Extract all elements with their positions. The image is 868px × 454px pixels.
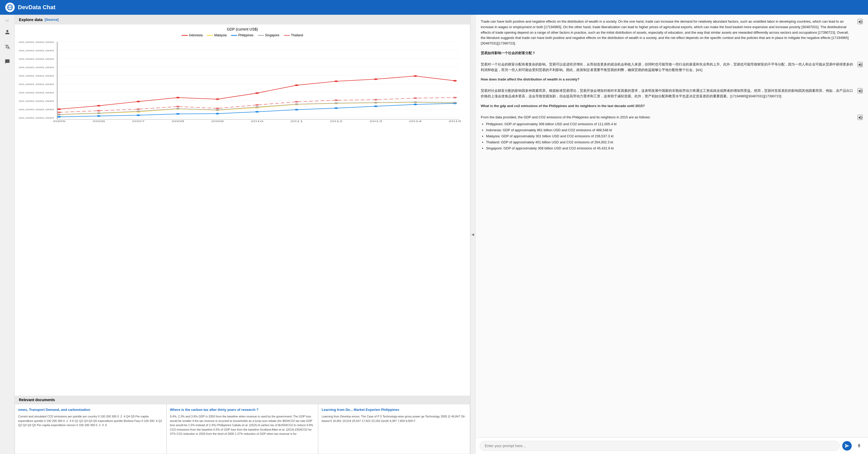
svg-point-85 — [255, 104, 259, 106]
doc-title-2: Where is the carbon tax after thirty yea… — [170, 407, 315, 412]
svg-text:700,000,000,000: 700,000,000,000 — [19, 66, 54, 69]
svg-text:1,000,000,000,000: 1,000,000,000,000 — [19, 41, 54, 44]
chart-container: GDP (current US$) Indonesia Malaysia — [15, 25, 470, 396]
legend-singapore: Singapore — [258, 33, 280, 37]
chart-title: GDP (current US$) — [19, 27, 466, 31]
chat-message-user-6: What is the gdp and co2 emissions of the… — [481, 103, 863, 111]
svg-point-42 — [295, 84, 299, 86]
svg-point-45 — [413, 75, 417, 77]
doc-content-1: Current and simulated CO2 emissions per … — [18, 414, 163, 427]
doc-card-2[interactable]: Where is the carbon tax after thirty yea… — [166, 404, 318, 454]
svg-point-89 — [413, 97, 417, 99]
svg-text:2009: 2009 — [211, 120, 224, 122]
chat-message-7: From the data provided, the GDP and CO2 … — [481, 115, 863, 152]
speaker-button-3[interactable] — [858, 62, 863, 67]
legend-philippines: Philippines — [231, 33, 253, 37]
svg-point-40 — [215, 98, 219, 100]
svg-point-37 — [97, 105, 101, 107]
svg-point-44 — [374, 78, 378, 80]
svg-point-62 — [215, 113, 219, 114]
send-button[interactable] — [842, 441, 852, 451]
svg-point-73 — [215, 109, 219, 111]
svg-text:200,000,000,000: 200,000,000,000 — [19, 108, 54, 111]
panel-collapse-button[interactable]: ◀ — [470, 15, 475, 454]
chat-message-3: 贸易对一个社会的财富分配有着复杂的影响。贸易可以促进经济增长，从而创造更多的就业… — [481, 62, 863, 73]
svg-point-87 — [334, 100, 338, 101]
svg-point-76 — [334, 102, 338, 104]
svg-point-88 — [374, 99, 378, 101]
svg-text:2007: 2007 — [132, 120, 145, 122]
sidebar-nav: LC — [0, 15, 15, 454]
chat-message-user-2: 贸易如何影响一个社会的财富分配？ — [481, 51, 863, 58]
svg-point-65 — [334, 107, 338, 109]
chat-history-button[interactable] — [3, 57, 12, 66]
svg-point-84 — [215, 108, 219, 109]
svg-point-69 — [57, 114, 61, 115]
speaker-button-5[interactable] — [858, 88, 863, 93]
doc-card-1[interactable]: omes, Transport Demand, and carbonizatio… — [15, 404, 166, 454]
svg-point-43 — [334, 81, 338, 82]
doc-title-1: omes, Transport Demand, and carbonizatio… — [18, 407, 163, 412]
svg-point-83 — [176, 106, 180, 107]
svg-point-39 — [176, 97, 180, 98]
svg-point-72 — [176, 108, 180, 109]
speaker-button-7[interactable] — [858, 115, 863, 120]
translate-button[interactable] — [3, 42, 12, 52]
speaker-button-1[interactable] — [858, 19, 863, 24]
app-title: DevData Chat — [18, 4, 56, 11]
explore-data-header: Explore data [Source] — [15, 15, 470, 25]
svg-point-38 — [136, 101, 140, 102]
chat-input-area — [475, 437, 868, 454]
chat-panel: Trade can have both positive and negativ… — [475, 15, 868, 454]
svg-point-59 — [97, 115, 101, 117]
chat-message-1: Trade can have both positive and negativ… — [481, 19, 863, 46]
svg-text:2012: 2012 — [330, 120, 343, 122]
doc-title-3: Learning from De... Market Experien Phil… — [321, 407, 467, 412]
legend-malaysia: Malaysia — [207, 33, 226, 37]
legend-indonesia: Indonesia — [182, 33, 203, 37]
microphone-button[interactable] — [854, 441, 864, 451]
svg-text:100,000,000,000: 100,000,000,000 — [19, 117, 54, 119]
svg-point-67 — [413, 104, 417, 105]
svg-point-71 — [136, 111, 140, 112]
chat-message-5: 贸易对社会财富分配的影响因多种因素而异。根据标准贸易理论，贸易开放会增加对相对丰… — [481, 88, 863, 99]
chat-input[interactable] — [480, 441, 840, 451]
svg-point-61 — [176, 113, 180, 115]
svg-text:2008: 2008 — [172, 120, 184, 122]
explore-data-label: Explore data — [19, 17, 42, 22]
svg-point-81 — [97, 110, 101, 112]
svg-text:500,000,000,000: 500,000,000,000 — [19, 83, 54, 85]
left-panel: Explore data [Source] GDP (current US$) … — [15, 15, 470, 454]
doc-content-3: Learning from Develop ences: The Case of… — [321, 414, 467, 423]
svg-point-77 — [374, 102, 378, 103]
docs-grid: omes, Transport Demand, and carbonizatio… — [15, 404, 470, 454]
svg-point-46 — [453, 80, 457, 82]
svg-point-82 — [136, 108, 140, 110]
chat-messages-container: Trade can have both positive and negativ… — [475, 15, 868, 437]
svg-text:2011: 2011 — [290, 120, 303, 122]
user-profile-button[interactable] — [3, 27, 12, 37]
source-link[interactable]: [Source] — [45, 18, 59, 22]
svg-text:2013: 2013 — [369, 120, 382, 122]
svg-point-75 — [295, 103, 299, 105]
svg-text:2015: 2015 — [448, 120, 461, 122]
svg-point-58 — [57, 116, 61, 118]
app-header: DevData Chat — [0, 0, 868, 15]
svg-text:600,000,000,000: 600,000,000,000 — [19, 75, 54, 77]
svg-point-60 — [136, 114, 140, 116]
svg-text:900,000,000,000: 900,000,000,000 — [19, 50, 54, 52]
doc-card-3[interactable]: Learning from De... Market Experien Phil… — [318, 404, 470, 454]
svg-text:300,000,000,000: 300,000,000,000 — [19, 100, 54, 102]
svg-text:2014: 2014 — [409, 120, 422, 122]
svg-text:800,000,000,000: 800,000,000,000 — [19, 58, 54, 60]
gdp-chart: 1,000,000,000,000 900,000,000,000 800,00… — [19, 39, 466, 123]
svg-point-66 — [374, 106, 378, 107]
svg-point-74 — [255, 106, 259, 108]
svg-text:2006: 2006 — [92, 120, 105, 122]
svg-point-36 — [57, 108, 61, 110]
svg-point-41 — [255, 92, 259, 94]
svg-point-78 — [413, 101, 417, 103]
svg-point-80 — [57, 112, 61, 113]
svg-point-63 — [255, 111, 259, 113]
svg-point-90 — [453, 97, 457, 98]
